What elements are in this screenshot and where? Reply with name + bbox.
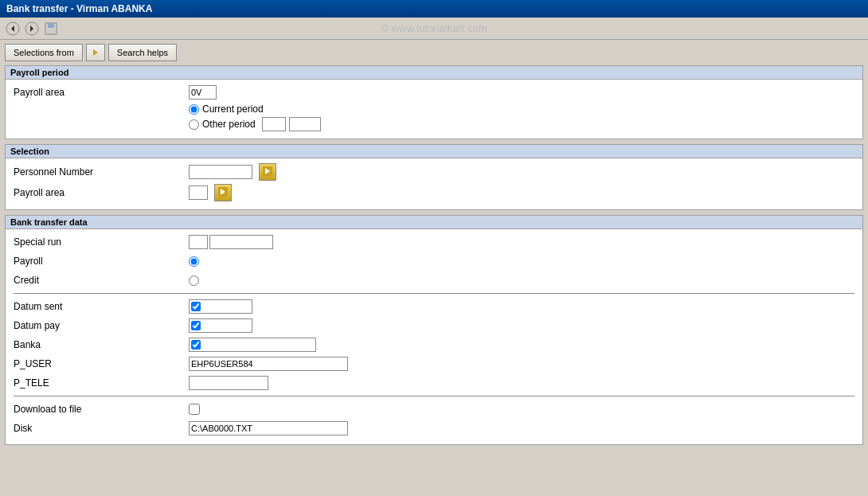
payroll-row: Payroll bbox=[14, 253, 854, 269]
other-period-input2[interactable] bbox=[289, 117, 321, 131]
special-run-input1[interactable] bbox=[189, 235, 208, 249]
selection-payroll-area-row: Payroll area bbox=[14, 184, 854, 201]
download-row: Download to file bbox=[14, 401, 854, 417]
other-period-row: Other period bbox=[14, 117, 854, 131]
other-period-label: Other period bbox=[202, 119, 256, 130]
download-label: Download to file bbox=[14, 404, 189, 415]
window-title: Bank transfer - Virman ABANKA bbox=[6, 3, 152, 14]
other-period-inputs bbox=[262, 117, 321, 131]
bank-transfer-header: Bank transfer data bbox=[6, 216, 862, 229]
payroll-period-header: Payroll period bbox=[6, 66, 862, 80]
p-user-row: P_USER bbox=[14, 356, 854, 372]
datum-pay-row: Datum pay bbox=[14, 318, 854, 334]
disk-label: Disk bbox=[14, 423, 189, 434]
banka-row: Banka bbox=[14, 337, 854, 353]
datum-sent-input[interactable] bbox=[202, 302, 250, 311]
bank-transfer-body: Special run Payroll Credit Datum sent bbox=[6, 229, 862, 444]
personnel-number-input[interactable] bbox=[189, 165, 252, 179]
forward-icon[interactable] bbox=[24, 21, 40, 37]
svg-rect-5 bbox=[48, 23, 54, 28]
personnel-number-jump-button[interactable] bbox=[259, 163, 276, 181]
other-period-radio[interactable] bbox=[189, 119, 199, 130]
current-period-row: Current period bbox=[14, 103, 854, 115]
bank-transfer-section: Bank transfer data Special run Payroll C… bbox=[5, 215, 863, 445]
credit-label: Credit bbox=[14, 275, 189, 286]
datum-sent-checkbox[interactable] bbox=[191, 302, 201, 311]
payroll-period-body: Payroll area Current period Other period bbox=[6, 80, 862, 139]
datum-sent-row: Datum sent bbox=[14, 299, 854, 314]
selections-from-button[interactable]: Selections from bbox=[5, 44, 83, 61]
search-helps-button[interactable]: Search helps bbox=[108, 44, 177, 61]
p-tele-label: P_TELE bbox=[14, 377, 189, 389]
watermark: © www.tutorialkart.com bbox=[381, 22, 487, 34]
credit-radio[interactable] bbox=[189, 275, 199, 286]
main-content: Payroll period Payroll area Current peri… bbox=[0, 65, 868, 496]
payroll-period-section: Payroll period Payroll area Current peri… bbox=[5, 65, 863, 139]
save-icon[interactable] bbox=[43, 21, 59, 37]
credit-row: Credit bbox=[14, 272, 854, 288]
p-tele-input[interactable] bbox=[189, 376, 268, 390]
button-bar: Selections from Search helps bbox=[0, 40, 868, 65]
datum-sent-label: Datum sent bbox=[14, 301, 189, 312]
arrow-separator bbox=[86, 44, 105, 61]
banka-checkbox[interactable] bbox=[191, 340, 201, 350]
payroll-area-row: Payroll area bbox=[14, 84, 854, 100]
other-period-input1[interactable] bbox=[262, 117, 286, 131]
p-user-input[interactable] bbox=[189, 357, 348, 371]
toolbar: © www.tutorialkart.com bbox=[0, 18, 868, 40]
back-icon[interactable] bbox=[5, 21, 21, 37]
disk-input[interactable] bbox=[189, 421, 348, 435]
selection-payroll-area-jump-button[interactable] bbox=[214, 184, 232, 201]
current-period-radio[interactable] bbox=[189, 104, 199, 115]
datum-pay-label: Datum pay bbox=[14, 320, 189, 331]
selection-body: Personnel Number Payroll area bbox=[6, 158, 862, 209]
selection-section: Selection Personnel Number Payroll area bbox=[5, 144, 863, 210]
payroll-area-input[interactable] bbox=[189, 85, 217, 100]
personnel-number-row: Personnel Number bbox=[14, 163, 854, 181]
selection-payroll-area-label: Payroll area bbox=[14, 187, 189, 198]
divider1 bbox=[14, 293, 854, 294]
p-user-label: P_USER bbox=[14, 358, 189, 369]
payroll-area-label: Payroll area bbox=[14, 87, 189, 98]
special-run-row: Special run bbox=[14, 234, 854, 250]
svg-marker-7 bbox=[93, 49, 98, 56]
datum-pay-checkbox[interactable] bbox=[191, 321, 201, 330]
p-tele-row: P_TELE bbox=[14, 375, 854, 391]
datum-sent-field bbox=[189, 299, 252, 314]
special-run-label: Special run bbox=[14, 236, 189, 248]
payroll-radio-label: Payroll bbox=[14, 256, 189, 267]
svg-rect-6 bbox=[47, 29, 55, 33]
banka-field bbox=[189, 338, 316, 352]
special-run-input2[interactable] bbox=[209, 235, 273, 249]
download-checkbox[interactable] bbox=[189, 404, 200, 415]
payroll-radio[interactable] bbox=[189, 256, 199, 267]
title-bar: Bank transfer - Virman ABANKA bbox=[0, 0, 868, 18]
selection-payroll-area-input[interactable] bbox=[189, 186, 208, 200]
disk-row: Disk bbox=[14, 420, 854, 436]
banka-input[interactable] bbox=[202, 340, 314, 350]
banka-label: Banka bbox=[14, 339, 189, 350]
personnel-number-label: Personnel Number bbox=[14, 166, 189, 178]
current-period-label: Current period bbox=[202, 103, 264, 115]
special-run-inputs bbox=[189, 235, 273, 249]
datum-pay-field bbox=[189, 318, 252, 333]
divider2 bbox=[14, 396, 854, 396]
datum-pay-input[interactable] bbox=[202, 321, 250, 330]
selection-header: Selection bbox=[6, 145, 862, 158]
